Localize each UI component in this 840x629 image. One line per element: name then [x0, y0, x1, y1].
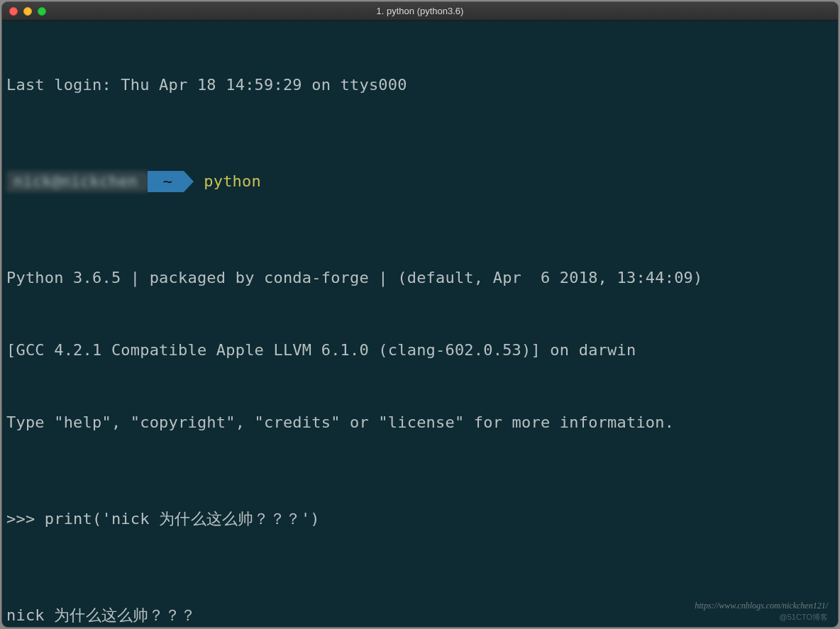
- repl-input-line: >>> print('nick 为什么这么帅？？？'): [6, 507, 838, 531]
- watermark-site: @51CTO博客: [780, 612, 828, 623]
- titlebar: 1. python (python3.6): [2, 2, 838, 21]
- terminal-window: 1. python (python3.6) Last login: Thu Ap…: [2, 2, 838, 627]
- window-title: 1. python (python3.6): [8, 6, 832, 16]
- minimize-icon[interactable]: [23, 7, 32, 16]
- prompt-dir-segment: ~: [148, 171, 184, 192]
- python-banner-line-2: [GCC 4.2.1 Compatible Apple LLVM 6.1.0 (…: [6, 338, 838, 362]
- repl-prompt: >>>: [6, 510, 45, 528]
- shell-command: python: [204, 169, 261, 194]
- terminal-body[interactable]: Last login: Thu Apr 18 14:59:29 on ttys0…: [2, 21, 838, 627]
- watermark-url: https://www.cnblogs.com/nickchen121/: [695, 601, 828, 611]
- python-banner-line-1: Python 3.6.5 | packaged by conda-forge |…: [6, 266, 838, 290]
- window-controls: [9, 7, 46, 16]
- shell-prompt: nick@nickchen ~ python: [6, 169, 838, 194]
- zoom-icon[interactable]: [38, 7, 46, 16]
- repl-input: print('nick 为什么这么帅？？？'): [45, 510, 320, 528]
- prompt-user-segment: nick@nickchen: [6, 171, 146, 192]
- python-banner-line-3: Type "help", "copyright", "credits" or "…: [6, 411, 838, 435]
- last-login-line: Last login: Thu Apr 18 14:59:29 on ttys0…: [6, 73, 838, 97]
- close-icon[interactable]: [9, 7, 18, 16]
